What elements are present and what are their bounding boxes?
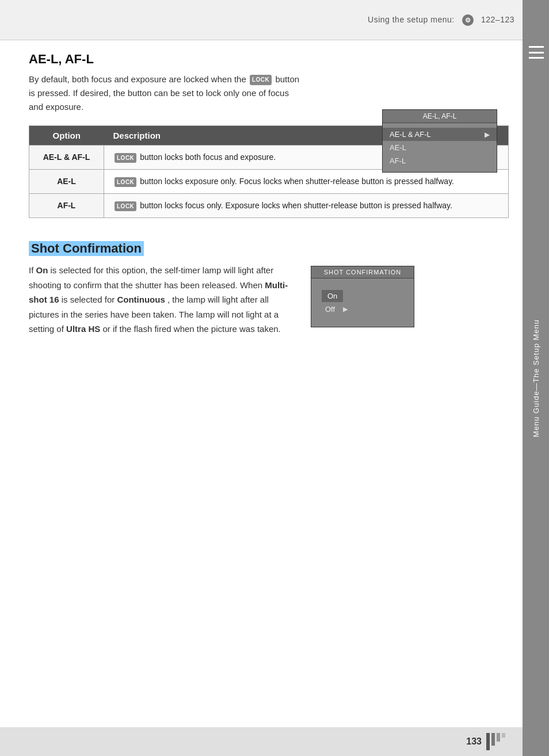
shot-text: If On is selected for this option, the s… bbox=[29, 263, 299, 337]
setup-icon: ⚙ bbox=[462, 14, 474, 26]
right-sidebar: Menu Guide—The Setup Menu bbox=[523, 0, 549, 756]
table-row: AF-L LOCK button locks focus only. Expos… bbox=[29, 194, 509, 218]
lock-icon-row2: LOCK bbox=[115, 201, 136, 211]
page-bars bbox=[486, 733, 505, 750]
table-cell-desc-2: LOCK button locks focus only. Exposure l… bbox=[104, 194, 509, 218]
table-desc-text-2: button locks focus only. Exposure locks … bbox=[140, 201, 452, 210]
ael-afl-menu-items: AE-L & AF-L ▶ AE-L AF-L bbox=[383, 123, 497, 172]
menu-bar-1 bbox=[529, 46, 544, 48]
intro-text-1: By default, both focus and exposure are … bbox=[29, 74, 246, 84]
menu-item-ael: AE-L bbox=[383, 141, 497, 154]
menu-arrow-0: ▶ bbox=[485, 131, 490, 139]
ael-afl-intro: By default, both focus and exposure are … bbox=[29, 72, 305, 114]
page-bar-3 bbox=[497, 733, 500, 742]
table-col-option: Option bbox=[29, 126, 104, 146]
header-using-text: Using the setup menu: bbox=[368, 14, 455, 24]
header-pages: 122–123 bbox=[481, 14, 514, 24]
shot-menu-title: SHOT CONFIRMATION bbox=[311, 266, 414, 278]
menu-icon bbox=[529, 46, 544, 59]
menu-bar-2 bbox=[529, 52, 544, 54]
page-bar-1 bbox=[486, 733, 490, 750]
page-number-bar: 133 bbox=[0, 727, 523, 756]
shot-bold-on: On bbox=[36, 265, 48, 275]
page-number-text: 133 bbox=[466, 736, 482, 747]
lock-icon: LOCK bbox=[250, 75, 272, 85]
table-cell-desc-1: LOCK button locks exposure only. Focus l… bbox=[104, 170, 509, 194]
table-desc-text-1: button locks exposure only. Focus locks … bbox=[140, 177, 454, 186]
menu-item-label-2: AF-L bbox=[390, 156, 406, 165]
ael-afl-section: AE-L, AF-L By default, both focus and ex… bbox=[29, 52, 509, 218]
shot-menu-off-row: Off ▶ bbox=[322, 303, 348, 315]
shot-menu-off-arrow: ▶ bbox=[343, 306, 348, 313]
page-bar-2 bbox=[491, 733, 495, 746]
table-cell-option-0: AE-L & AF-L bbox=[29, 146, 104, 170]
ael-afl-menu-screenshot: AE-L, AF-L AE-L & AF-L ▶ AE-L AF-L bbox=[382, 109, 497, 173]
shot-text-2: is selected for this option, the self-ti… bbox=[29, 265, 273, 290]
table-cell-option-2: AF-L bbox=[29, 194, 104, 218]
shot-bold-cont: Continuous bbox=[117, 295, 165, 304]
shot-bold-ultra: Ultra HS bbox=[66, 324, 100, 334]
shot-menu-off-label: Off bbox=[325, 305, 335, 314]
menu-bar-3 bbox=[529, 57, 544, 59]
header-text: Using the setup menu: ⚙ 122–123 bbox=[368, 14, 514, 26]
menu-item-label-0: AE-L & AF-L bbox=[390, 130, 431, 139]
top-header: Using the setup menu: ⚙ 122–123 bbox=[0, 0, 549, 40]
menu-item-ael-afl: AE-L & AF-L ▶ bbox=[383, 128, 497, 141]
table-cell-option-1: AE-L bbox=[29, 170, 104, 194]
sidebar-label: Menu Guide—The Setup Menu bbox=[532, 319, 540, 437]
table-row: AE-L LOCK button locks exposure only. Fo… bbox=[29, 170, 509, 194]
ael-afl-menu-title: AE-L, AF-L bbox=[383, 110, 497, 123]
shot-text-5: or if the flash fired when the picture w… bbox=[102, 324, 280, 334]
shot-menu-body: On Off ▶ bbox=[311, 278, 414, 327]
menu-item-label-1: AE-L bbox=[390, 143, 406, 152]
ael-afl-title: AE-L, AF-L bbox=[29, 52, 509, 67]
shot-confirmation-section: Shot Confirmation If On is selected for … bbox=[29, 241, 509, 337]
shot-menu-item-off: Off bbox=[322, 303, 338, 315]
lock-icon-row0: LOCK bbox=[115, 153, 136, 163]
shot-menu-on-label: On bbox=[327, 292, 337, 300]
shot-text-3: is selected for bbox=[62, 295, 115, 304]
menu-item-afl: AF-L bbox=[383, 154, 497, 167]
shot-menu-item-on: On bbox=[322, 290, 343, 302]
lock-icon-row1: LOCK bbox=[115, 177, 136, 187]
shot-confirmation-title: Shot Confirmation bbox=[29, 241, 144, 256]
table-desc-text-0: button locks both focus and exposure. bbox=[140, 152, 276, 162]
shot-content-row: If On is selected for this option, the s… bbox=[29, 263, 509, 337]
page-bar-4 bbox=[502, 733, 505, 738]
main-content: AE-L, AF-L By default, both focus and ex… bbox=[17, 40, 514, 727]
shot-confirmation-menu: SHOT CONFIRMATION On Off ▶ bbox=[311, 266, 414, 327]
shot-text-1: If bbox=[29, 265, 33, 275]
